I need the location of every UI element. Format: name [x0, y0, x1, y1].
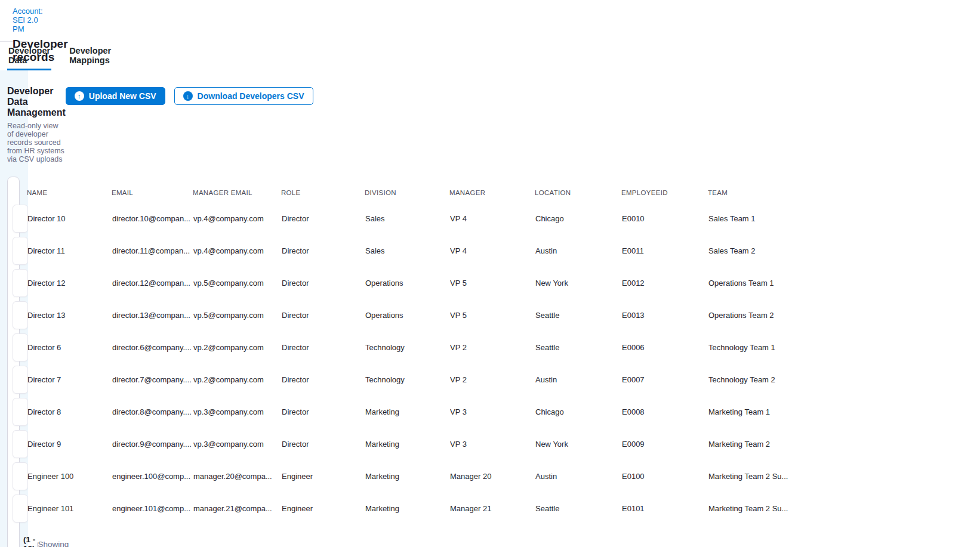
- table-cell: Director 8: [27, 407, 112, 416]
- table-cell: Director: [282, 214, 365, 223]
- table-cell: E0012: [622, 279, 708, 288]
- table-cell: manager.21@compa...: [193, 504, 282, 513]
- table-cell: Marketing Team 2 Su...: [708, 472, 792, 481]
- content-area: Developer Data Management Read-only view…: [0, 70, 28, 547]
- developer-table-card: NAMEEMAILMANAGER EMAILROLEDIVISIONMANAGE…: [7, 177, 20, 547]
- column-header-manager-email: MANAGER EMAIL: [193, 189, 281, 196]
- table-cell: Director: [282, 440, 365, 449]
- tab-bar: Developer Data Developer Mappings: [0, 42, 28, 70]
- table-cell: Director: [282, 343, 365, 352]
- tab-developer-data[interactable]: Developer Data: [7, 42, 51, 70]
- table-cell: Marketing: [365, 472, 450, 481]
- table-cell: engineer.101@comp...: [112, 504, 193, 513]
- table-cell: Marketing: [365, 407, 450, 416]
- table-row: Director 12director.12@compan...vp.5@com…: [13, 269, 28, 297]
- table-cell: E0010: [622, 214, 708, 223]
- table-footer: (1 - 10) of 500 ← Prev 12345•••4950 Next…: [8, 528, 85, 547]
- upload-arrow-icon: ↑: [75, 91, 84, 101]
- table-row: Director 11director.11@compan...vp.4@com…: [13, 237, 28, 265]
- table-cell: New York: [535, 440, 622, 449]
- table-cell: Technology Team 2: [708, 375, 792, 384]
- table-cell: Marketing Team 2: [708, 440, 792, 449]
- table-cell: Marketing Team 1: [708, 407, 792, 416]
- table-row: Engineer 100engineer.100@comp...manager.…: [13, 462, 28, 490]
- table-cell: Austin: [535, 375, 622, 384]
- table-cell: New York: [535, 279, 622, 288]
- per-page-label: Showing 10 per page: [38, 540, 69, 547]
- table-cell: VP 3: [450, 440, 535, 449]
- table-cell: Technology Team 1: [708, 343, 792, 352]
- table-cell: E0009: [622, 440, 708, 449]
- table-cell: Director: [282, 279, 365, 288]
- table-cell: Director: [282, 311, 365, 320]
- table-cell: Director 7: [27, 375, 112, 384]
- table-cell: director.11@compan...: [112, 246, 193, 255]
- table-cell: Chicago: [535, 214, 622, 223]
- table-row: Director 13director.13@compan...vp.5@com…: [13, 301, 28, 329]
- table-cell: Marketing Team 2 Su...: [708, 504, 792, 513]
- table-cell: director.7@company....: [112, 375, 193, 384]
- upload-button-label: Upload New CSV: [89, 91, 156, 101]
- table-cell: E0008: [622, 407, 708, 416]
- table-cell: VP 5: [450, 311, 535, 320]
- table-cell: Sales Team 1: [708, 214, 792, 223]
- table-row: Director 9director.9@company....vp.3@com…: [13, 430, 28, 458]
- table-cell: Austin: [535, 246, 622, 255]
- table-cell: director.6@company....: [112, 343, 193, 352]
- table-cell: Director: [282, 375, 365, 384]
- tab-developer-mappings[interactable]: Developer Mappings: [68, 42, 112, 70]
- download-developers-csv-button[interactable]: ↓ Download Developers CSV: [174, 87, 313, 105]
- table-row: Director 10director.10@compan...vp.4@com…: [13, 205, 28, 233]
- table-cell: VP 4: [450, 214, 535, 223]
- upload-new-csv-button[interactable]: ↑ Upload New CSV: [66, 87, 165, 105]
- table-cell: vp.3@company.com: [193, 440, 282, 449]
- table-row: Director 7director.7@company....vp.2@com…: [13, 366, 28, 394]
- table-cell: vp.3@company.com: [193, 407, 282, 416]
- table-cell: Engineer 100: [27, 472, 112, 481]
- column-header-manager: MANAGER: [449, 189, 535, 196]
- table-cell: Director 9: [27, 440, 112, 449]
- column-header-employeeid: EMPLOYEEID: [621, 189, 708, 196]
- table-cell: engineer.100@comp...: [112, 472, 193, 481]
- table-row: Director 8director.8@company....vp.3@com…: [13, 398, 28, 426]
- table-cell: Director: [282, 246, 365, 255]
- table-cell: manager.20@compa...: [193, 472, 282, 481]
- page-root: Account: SEI 2.0 PM Developer records De…: [0, 0, 28, 547]
- table-cell: Sales: [365, 214, 450, 223]
- table-cell: Seattle: [535, 504, 622, 513]
- table-row: Engineer 101engineer.101@comp...manager.…: [13, 495, 28, 523]
- table-cell: Operations Team 1: [708, 279, 792, 288]
- table-cell: director.10@compan...: [112, 214, 193, 223]
- download-arrow-icon: ↓: [183, 91, 193, 101]
- section-title: Developer Data Management: [7, 86, 66, 118]
- table-cell: E0007: [622, 375, 708, 384]
- table-cell: Operations: [365, 279, 450, 288]
- table-cell: Manager 21: [450, 504, 535, 513]
- table-cell: VP 3: [450, 407, 535, 416]
- table-cell: director.9@company....: [112, 440, 193, 449]
- column-header-role: ROLE: [281, 189, 365, 196]
- row-range-label: (1 - 10) of 500: [23, 535, 37, 547]
- top-header: Account: SEI 2.0 PM Developer records: [0, 0, 28, 42]
- table-cell: Engineer: [282, 472, 365, 481]
- table-cell: Director 10: [27, 214, 112, 223]
- column-header-division: DIVISION: [365, 189, 449, 196]
- section-subtitle: Read-only view of developer records sour…: [7, 122, 66, 163]
- column-header-name: NAME: [27, 189, 112, 196]
- table-cell: vp.4@company.com: [193, 246, 282, 255]
- table-cell: E0101: [622, 504, 708, 513]
- table-cell: VP 4: [450, 246, 535, 255]
- table-body: Director 10director.10@compan...vp.4@com…: [8, 205, 19, 528]
- table-cell: director.8@company....: [112, 407, 193, 416]
- table-cell: Technology: [365, 343, 450, 352]
- table-cell: Director 11: [27, 246, 112, 255]
- table-cell: E0013: [622, 311, 708, 320]
- table-cell: director.13@compan...: [112, 311, 193, 320]
- column-header-location: LOCATION: [535, 189, 621, 196]
- table-cell: Seattle: [535, 343, 622, 352]
- table-cell: vp.5@company.com: [193, 311, 282, 320]
- account-breadcrumb-link[interactable]: Account: SEI 2.0 PM: [13, 7, 43, 33]
- table-cell: Sales: [365, 246, 450, 255]
- table-cell: Director 6: [27, 343, 112, 352]
- table-cell: vp.4@company.com: [193, 214, 282, 223]
